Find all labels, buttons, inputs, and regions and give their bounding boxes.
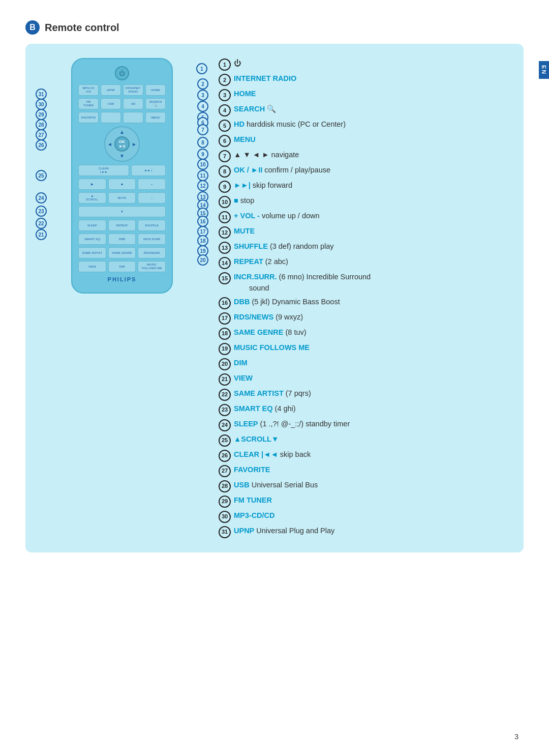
item-bold-12: MUTE bbox=[234, 226, 255, 237]
remote-area: 1 2 3 4 5 6 7 8 9 10 11 12 13 14 15 16 1… bbox=[41, 58, 203, 538]
dim-btn: DIM bbox=[108, 261, 136, 272]
item-bold-9: ►►| bbox=[234, 181, 251, 189]
item-text-15: (6 mno) Incredible Surround bbox=[277, 273, 371, 281]
list-item-12: 12 MUTE bbox=[219, 226, 508, 239]
item-text-13: (3 def) random play bbox=[268, 242, 334, 250]
search-btn: SEARCH🔍 bbox=[145, 98, 166, 109]
num-20: 20 bbox=[197, 254, 208, 266]
list-item-15: 15 INCR.SURR. (6 mno) Incredible Surroun… bbox=[219, 272, 508, 294]
button-row-scroll: ▲SCROLL MUTE − bbox=[78, 192, 166, 203]
item-num-21: 21 bbox=[219, 373, 231, 386]
num-12: 12 bbox=[197, 180, 208, 191]
list-item-30: 30 MP3-CD/CD bbox=[219, 510, 508, 523]
button-row-eq: SMART EQ DBB INCR.SURR bbox=[78, 234, 166, 245]
item-text-8: confirm / play/pause bbox=[262, 166, 330, 174]
scroll-up-btn: ▲SCROLL bbox=[78, 192, 106, 203]
list-item-7: 7 ▲ ▼ ◄ ► navigate bbox=[219, 150, 508, 162]
list-item-22: 22 SAME ARTIST (7 pqrs) bbox=[219, 388, 508, 401]
list-item-21: 21 VIEW bbox=[219, 373, 508, 386]
button-row-1: MP3-CD/CD UPNP INTERNETRADIO HOME bbox=[78, 84, 166, 96]
item-bold-10: ■ bbox=[234, 196, 238, 205]
item-icon-4: 🔍 bbox=[267, 105, 276, 113]
item-bold-19: MUSIC FOLLOWS ME bbox=[234, 342, 310, 354]
item-bold-24: SLEEP bbox=[234, 420, 258, 428]
item-num-3: 3 bbox=[219, 89, 231, 101]
mp3cd-btn: MP3-CD/CD bbox=[78, 84, 99, 96]
list-item-9: 9 ►►| skip forward bbox=[219, 180, 508, 193]
button-row-srs: SLEEP REPEAT SHUFFLE bbox=[78, 220, 166, 231]
num-30: 30 bbox=[36, 99, 47, 110]
item-bold-16: DBB bbox=[234, 298, 250, 306]
list-item-13: 13 SHUFFLE (3 def) random play bbox=[219, 241, 508, 254]
item-text-14: (2 abc) bbox=[263, 257, 288, 266]
power-button-area: ⏻ bbox=[78, 66, 166, 80]
item-num-17: 17 bbox=[219, 312, 231, 325]
num-3: 3 bbox=[197, 90, 208, 101]
item-bold-28: USB bbox=[234, 481, 250, 489]
item-num-6: 6 bbox=[219, 135, 231, 147]
item-num-4: 4 bbox=[219, 104, 231, 117]
vol-plus-btn: + bbox=[138, 179, 166, 190]
item-text-24: (1 .,?! @-_:;/) standby timer bbox=[258, 420, 350, 428]
item-text-18: (8 tuv) bbox=[284, 328, 307, 336]
item-bold-5: HD bbox=[234, 120, 245, 128]
button-row-2: FMTUNER USB HD SEARCH🔍 bbox=[78, 98, 166, 109]
list-item-25: 25 ▲SCROLL▼ bbox=[219, 434, 508, 447]
num-10: 10 bbox=[197, 159, 208, 170]
num-7: 7 bbox=[197, 124, 208, 135]
empty-btn-1 bbox=[101, 112, 121, 123]
item-num-9: 9 bbox=[219, 181, 231, 193]
list-item-5: 5 HD harddisk music (PC or Center) bbox=[219, 119, 508, 132]
item-bold-23: SMART EQ bbox=[234, 404, 273, 413]
item-bold-18: SAME GENRE bbox=[234, 328, 284, 336]
item-bold-29: FM TUNER bbox=[234, 495, 272, 506]
clear-skip-back-btn: CLEAR|◄◄ bbox=[78, 165, 129, 176]
smart-eq-btn: SMART EQ bbox=[78, 234, 106, 245]
button-row-view: VIEW DIM MUSIC FOLLOWS ME bbox=[78, 261, 166, 272]
power-button: ⏻ bbox=[115, 66, 129, 80]
item-num-25: 25 bbox=[219, 434, 231, 447]
num-16: 16 bbox=[197, 216, 208, 227]
list-item-28: 28 USB Universal Serial Bus bbox=[219, 480, 508, 492]
list-item-18: 18 SAME GENRE (8 tuv) bbox=[219, 327, 508, 340]
list-item-20: 20 DIM bbox=[219, 358, 508, 370]
same-artist-btn: SAME ARTIST bbox=[78, 247, 106, 258]
nav-cluster: ▲ ▼ ◄ ► OK►II bbox=[104, 126, 140, 162]
internet-radio-btn: INTERNETRADIO bbox=[123, 84, 143, 96]
item-num-22: 22 bbox=[219, 389, 231, 401]
list-item-26: 26 CLEAR |◄◄ skip back bbox=[219, 449, 508, 462]
item-text-10: stop bbox=[238, 196, 254, 205]
button-row-sar: SAME ARTIST SAME GENRE RDS/NEWS bbox=[78, 247, 166, 258]
num-8: 8 bbox=[197, 137, 208, 148]
item-text-9: skip forward bbox=[251, 181, 292, 189]
list-item-4: 4 SEARCH 🔍 bbox=[219, 104, 508, 117]
item-num-24: 24 bbox=[219, 419, 231, 431]
same-genre-btn: SAME GENRE bbox=[108, 247, 136, 258]
nav-up-arrow: ▲ bbox=[119, 129, 125, 135]
list-item-16: 16 DBB (5 jkl) Dynamic Bass Boost bbox=[219, 297, 508, 309]
list-item-19: 19 MUSIC FOLLOWS ME bbox=[219, 342, 508, 355]
item-text-22: (7 pqrs) bbox=[284, 389, 311, 397]
usb-btn: USB bbox=[101, 98, 121, 109]
item-text-23: (4 ghi) bbox=[273, 404, 296, 413]
num-26: 26 bbox=[36, 139, 47, 151]
list-item-8: 8 OK / ►II confirm / play/pause bbox=[219, 165, 508, 178]
empty-btn-2 bbox=[123, 112, 143, 123]
info-panel: 1 ⏻ 2 INTERNET RADIO 3 HOME 4 SEARCH 🔍 5 bbox=[219, 58, 508, 538]
section-title: Remote control bbox=[45, 22, 119, 34]
favorite-btn: FAVORITE bbox=[78, 112, 99, 123]
nav-left-arrow: ◄ bbox=[107, 141, 112, 147]
dbb-btn: DBB bbox=[108, 234, 136, 245]
item-text-17: (9 wxyz) bbox=[273, 313, 303, 321]
item-num-23: 23 bbox=[219, 404, 231, 416]
list-item-1: 1 ⏻ bbox=[219, 58, 508, 71]
item-num-29: 29 bbox=[219, 496, 231, 508]
num-25: 25 bbox=[36, 170, 47, 181]
list-item-27: 27 FAVORITE bbox=[219, 464, 508, 477]
item-bold-21: VIEW bbox=[234, 373, 253, 384]
item-text-5: harddisk music (PC or Center) bbox=[245, 120, 346, 128]
incr-surr-btn: INCR.SURR bbox=[138, 234, 166, 245]
vol-minus-btn: − bbox=[138, 192, 166, 203]
item-bold-30: MP3-CD/CD bbox=[234, 510, 275, 521]
item-num-28: 28 bbox=[219, 480, 231, 492]
